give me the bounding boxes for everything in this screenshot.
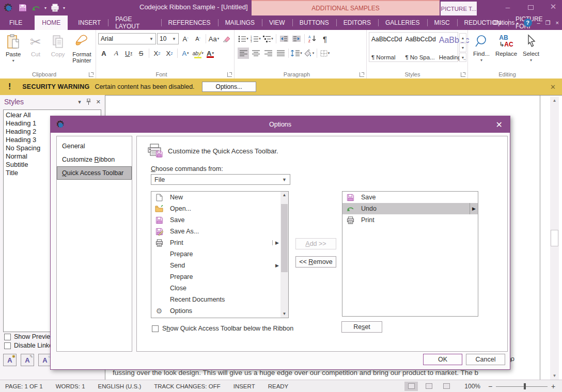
tab-mailings[interactable]: MAILINGS <box>218 15 262 30</box>
show-qat-below-ribbon-checkbox[interactable]: Show Quick Access Toolbar below the Ribb… <box>152 325 293 332</box>
security-close-icon[interactable]: ✕ <box>550 83 556 91</box>
tab-editors[interactable]: EDITORS <box>336 15 378 30</box>
ok-button[interactable]: OK <box>423 354 462 365</box>
command-item-options[interactable]: ⚙ Options <box>151 305 280 317</box>
chevron-down-icon[interactable]: ▾ <box>480 58 482 62</box>
status-insert-mode[interactable]: INSERT <box>233 383 255 389</box>
status-words[interactable]: WORDS: 1 <box>56 383 85 389</box>
highlight-color-button[interactable]: aby̸▾ <box>192 48 204 59</box>
status-page[interactable]: PAGE: 1 OF 1 <box>5 383 43 389</box>
qat-customize-dropdown-icon[interactable]: ▾ <box>63 6 65 10</box>
command-item-print[interactable]: Print ▶ <box>151 237 280 248</box>
new-style-button[interactable]: A✱ <box>3 354 17 366</box>
italic-button[interactable]: A <box>111 48 122 59</box>
strikethrough-button[interactable]: S <box>135 48 147 59</box>
paste-button[interactable]: Paste ▾ <box>2 32 24 70</box>
style-no-spacing[interactable]: AaBbCcDd ¶ No Spa... <box>403 33 436 61</box>
tab-home[interactable]: HOME <box>35 15 68 30</box>
copy-button[interactable]: Copy <box>47 32 69 70</box>
vertical-scrollbar[interactable]: ▲ ▼ <box>550 97 559 380</box>
align-center-button[interactable] <box>250 48 261 59</box>
align-right-button[interactable] <box>262 48 274 59</box>
zoom-in-icon[interactable]: + <box>550 382 557 390</box>
command-item-new[interactable]: New <box>151 192 280 203</box>
zoom-level[interactable]: 100% <box>464 383 480 390</box>
clear-formatting-button[interactable] <box>221 33 232 44</box>
multilevel-list-button[interactable]: ▾ <box>262 33 274 44</box>
add-button[interactable]: Add >> <box>295 238 336 249</box>
qat-item-undo[interactable]: Undo ▶ <box>342 203 478 214</box>
command-item-save[interactable]: Save <box>151 214 280 226</box>
change-case-button[interactable]: Aa▾ <box>208 33 220 44</box>
app-gear-icon[interactable]: ⚙ <box>3 2 14 13</box>
style-normal[interactable]: AaBbCcDd ¶ Normal <box>369 33 403 61</box>
tab-buttons[interactable]: BUTTONS <box>292 15 336 30</box>
submenu-arrow-icon[interactable]: ▶ <box>470 203 478 214</box>
command-item-prepare[interactable]: Prepare <box>151 248 280 260</box>
dialog-titlebar[interactable]: Options ⚙ ✕ <box>51 116 510 133</box>
show-paragraph-marks-button[interactable]: ¶ <box>319 33 331 44</box>
dialog-close-icon[interactable]: ✕ <box>496 120 503 130</box>
shading-button[interactable]: ▾ <box>303 48 315 59</box>
styles-pane-dropdown-icon[interactable]: ▾ <box>78 99 81 105</box>
status-ready[interactable]: READY <box>268 383 289 389</box>
text-effects-button[interactable]: A▾ <box>180 48 191 59</box>
cancel-button[interactable]: Cancel <box>466 354 505 365</box>
font-dialog-launcher-icon[interactable] <box>227 72 232 77</box>
gallery-scroll-up-icon[interactable]: ▲ <box>459 33 466 42</box>
scroll-down-icon[interactable]: ▼ <box>280 310 288 318</box>
mdi-close-icon[interactable]: × <box>556 20 559 26</box>
scrollbar-thumb[interactable] <box>281 204 288 272</box>
choose-commands-combo[interactable]: File ▼ <box>151 174 290 185</box>
minimize-icon[interactable]: – <box>503 3 512 11</box>
zoom-slider-thumb[interactable] <box>524 383 526 389</box>
bold-button[interactable]: A <box>98 48 110 59</box>
superscript-button[interactable]: X2 <box>164 48 175 59</box>
maximize-icon[interactable] <box>526 3 535 11</box>
tab-file[interactable]: FILE <box>2 15 29 30</box>
paste-dropdown-icon[interactable]: ▾ <box>12 58 14 63</box>
font-size-combo[interactable]: 10▼ <box>157 33 179 44</box>
reset-button[interactable]: Reset <box>341 321 382 333</box>
commands-list-scrollbar[interactable]: ▲ ▼ <box>280 192 288 318</box>
font-name-combo[interactable]: Arial▼ <box>98 33 156 44</box>
status-language[interactable]: ENGLISH (U.S.) <box>98 383 142 389</box>
justify-button[interactable] <box>275 48 286 59</box>
command-item-send[interactable]: Send ▶ <box>151 260 280 271</box>
tab-view[interactable]: VIEW <box>262 15 292 30</box>
view-print-layout-button[interactable] <box>404 382 418 391</box>
close-icon[interactable]: ✕ <box>549 2 558 11</box>
remove-button[interactable]: << Remove <box>295 256 336 268</box>
command-item-close[interactable]: Close <box>151 283 280 294</box>
format-painter-button[interactable]: Format Painter <box>69 32 95 70</box>
picture-tools-peek-tab[interactable]: PICTURE T... <box>441 2 477 15</box>
view-fullscreen-button[interactable] <box>422 382 435 391</box>
grow-font-button[interactable]: Aˆ <box>180 33 191 44</box>
pin-icon[interactable] <box>86 99 91 105</box>
mdi-minimize-icon[interactable]: – <box>537 20 540 26</box>
numbering-button[interactable]: 123 ▾ <box>250 33 261 44</box>
command-item-recent-documents[interactable]: Recent Documents <box>151 294 280 305</box>
additional-samples-badge[interactable]: ADDITIONAL SAMPLES <box>252 0 440 15</box>
zoom-slider[interactable] <box>496 383 548 390</box>
nav-item-general[interactable]: General <box>57 139 132 153</box>
borders-button[interactable]: ▾ <box>319 48 331 59</box>
subscript-button[interactable]: X2 <box>151 48 163 59</box>
view-web-layout-button[interactable] <box>440 382 453 391</box>
tab-galleries[interactable]: GALLERIES <box>378 15 427 30</box>
tab-page-layout[interactable]: PAGE LAYOUT <box>108 15 161 30</box>
nav-item-customize-ribbon[interactable]: Customize Ribbon <box>57 153 132 166</box>
security-options-button[interactable]: Options... <box>202 82 256 92</box>
print-icon[interactable] <box>50 3 60 13</box>
gallery-scroll-down-icon[interactable]: ▼ <box>459 43 466 52</box>
command-item-open[interactable]: Open... <box>151 203 280 214</box>
gallery-more-icon[interactable]: ▼̲ <box>459 53 466 62</box>
styles-pane-close-icon[interactable]: ✕ <box>96 99 101 105</box>
styles-dialog-launcher-icon[interactable] <box>461 72 465 77</box>
mdi-restore-icon[interactable]: ❐ <box>545 20 551 26</box>
collapse-ribbon-icon[interactable]: ⌃ <box>483 20 488 26</box>
tab-insert[interactable]: INSERT <box>71 15 108 30</box>
underline-button[interactable]: U▾ <box>123 48 134 59</box>
qat-item-print[interactable]: Print <box>342 214 478 226</box>
find-button[interactable]: Find... ▾ <box>469 32 494 70</box>
